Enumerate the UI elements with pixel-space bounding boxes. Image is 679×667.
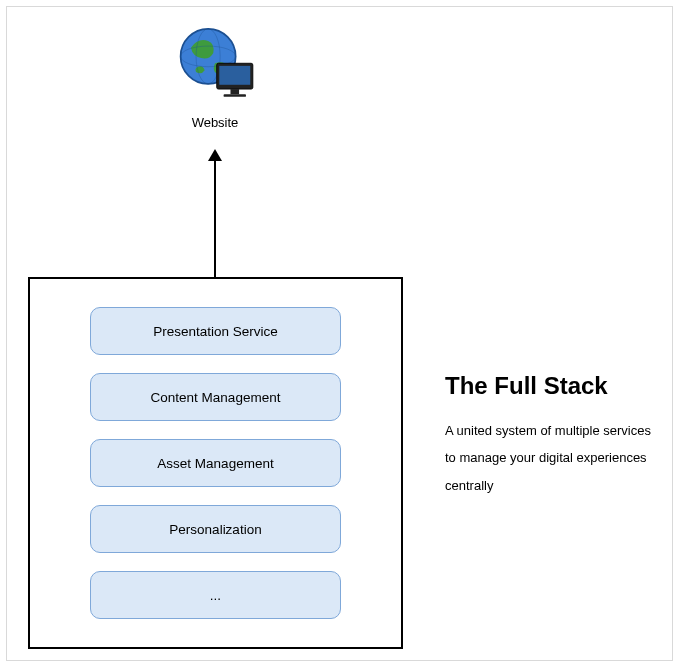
layer-personalization: Personalization — [90, 505, 341, 553]
full-stack-container: Presentation Service Content Management … — [28, 277, 403, 649]
layer-presentation-service: Presentation Service — [90, 307, 341, 355]
layer-label: Personalization — [169, 522, 261, 537]
layer-label: Presentation Service — [153, 324, 278, 339]
svg-rect-7 — [224, 94, 246, 97]
diagram-canvas: Website Presentation Service Content Man… — [6, 6, 673, 661]
diagram-description: A united system of multiple services to … — [445, 417, 665, 499]
svg-rect-6 — [230, 89, 239, 94]
layer-label: Asset Management — [157, 456, 273, 471]
layer-asset-management: Asset Management — [90, 439, 341, 487]
arrow-connector — [214, 152, 216, 277]
layer-content-management: Content Management — [90, 373, 341, 421]
layer-label: ... — [210, 588, 221, 603]
svg-rect-5 — [219, 66, 250, 85]
layer-label: Content Management — [151, 390, 281, 405]
diagram-title: The Full Stack — [445, 372, 608, 400]
layer-more: ... — [90, 571, 341, 619]
website-label: Website — [172, 115, 258, 130]
globe-monitor-icon — [172, 22, 258, 108]
stack-layers-list: Presentation Service Content Management … — [30, 279, 401, 639]
